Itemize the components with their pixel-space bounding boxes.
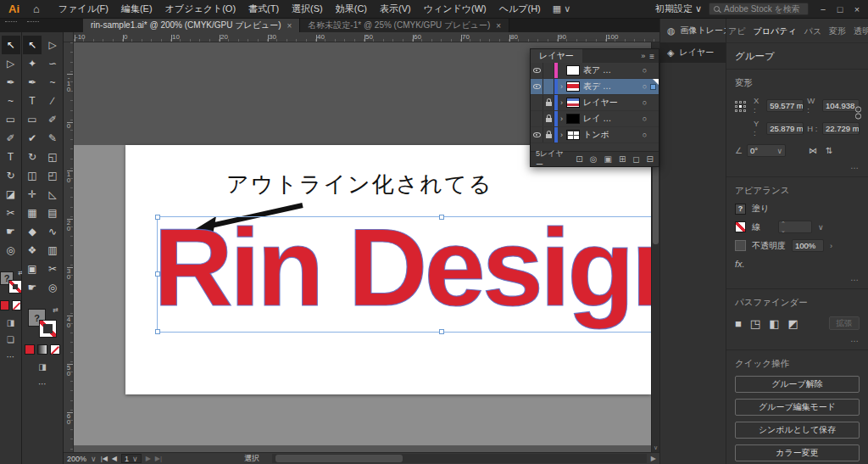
none-button[interactable] xyxy=(50,344,60,355)
target-circle-icon[interactable]: ○ xyxy=(639,66,650,75)
close-tab-icon[interactable]: × xyxy=(496,21,501,31)
menu-item[interactable]: 編集(E) xyxy=(121,3,153,15)
mesh-tool[interactable]: ▦ xyxy=(23,204,42,222)
fill-stroke-proxy[interactable]: ? ⇄ xyxy=(28,309,57,338)
panel-tab-透明[interactable]: 透明 xyxy=(854,25,868,37)
opacity-field[interactable]: 100% xyxy=(792,239,824,252)
previous-artboard-button[interactable]: ◀ xyxy=(112,455,117,462)
zoom-chevron-icon[interactable]: ∨ xyxy=(91,455,97,463)
pathfinder-unite-icon[interactable]: ■ xyxy=(735,317,742,330)
draw-mode-icon[interactable]: ◨ xyxy=(22,362,63,372)
pathfinder-minus-front-icon[interactable]: ◳ xyxy=(750,317,760,330)
puppet-warp-tool[interactable]: ✛ xyxy=(23,185,42,204)
expand-layer-icon[interactable]: › xyxy=(558,82,565,91)
quick-action-button[interactable]: グループ解除 xyxy=(735,376,860,393)
fill-stroke-proxy[interactable]: ? ⇄ xyxy=(0,271,22,293)
stroke-swatch[interactable] xyxy=(8,280,22,293)
panel-tab-パス[interactable]: パス xyxy=(804,25,821,37)
draw-mode-icon[interactable]: ◨ xyxy=(0,318,21,327)
stroke-swatch[interactable] xyxy=(39,320,57,338)
pen-tool[interactable]: ✒ xyxy=(23,73,42,92)
zoom-tool[interactable]: ◎ xyxy=(43,278,62,297)
paintbrush-tool[interactable]: ✐ xyxy=(43,110,62,129)
layer-name[interactable]: レイヤー xyxy=(580,97,639,109)
effects-button[interactable]: fx. xyxy=(735,259,860,269)
layer-name[interactable]: トンボ xyxy=(580,129,639,141)
scissors-tool[interactable]: ✂ xyxy=(2,204,20,222)
scroll-down-icon[interactable]: ∨ xyxy=(652,444,659,451)
zoom-tool[interactable]: ◎ xyxy=(2,241,20,260)
ruler-corner[interactable] xyxy=(64,32,74,42)
perspective-grid-tool[interactable]: ◺ xyxy=(43,185,62,204)
layer-name[interactable]: 表デ … xyxy=(580,81,639,92)
curvature-tool[interactable]: ~ xyxy=(43,73,62,92)
layers-panel-tab[interactable]: レイヤー xyxy=(531,49,582,63)
rectangle-tool[interactable]: ▭ xyxy=(2,110,20,129)
hand-tool[interactable]: ☛ xyxy=(2,222,20,241)
visibility-toggle[interactable] xyxy=(531,63,543,78)
symbol-sprayer-tool[interactable]: ❖ xyxy=(23,241,42,260)
visibility-toggle[interactable] xyxy=(531,79,543,94)
color-button[interactable] xyxy=(0,300,9,310)
locate-object-icon[interactable]: ◎ xyxy=(590,154,598,164)
artboard-tool[interactable]: ▣ xyxy=(23,260,42,278)
document-tab[interactable]: rin-sample1.ai* @ 200% (CMYK/GPU プレビュー)× xyxy=(83,19,300,32)
opacity-chevron-icon[interactable]: › xyxy=(830,242,832,250)
panel-tab-変形[interactable]: 変形 xyxy=(829,25,846,37)
rotate-tool[interactable]: ↻ xyxy=(23,148,42,166)
pencil-tool[interactable]: ✎ xyxy=(43,129,62,148)
first-artboard-button[interactable]: |◀ xyxy=(101,455,108,462)
flip-horizontal-icon[interactable]: ⋈ xyxy=(809,146,817,155)
rotate-tool[interactable]: ↻ xyxy=(2,166,20,185)
menu-item[interactable]: ヘルプ(H) xyxy=(499,3,541,15)
target-circle-icon[interactable]: ○ xyxy=(639,82,650,91)
expand-layer-icon[interactable]: › xyxy=(558,98,565,107)
layer-row[interactable]: 表ア …○ xyxy=(531,63,659,79)
document-tab[interactable]: 名称未設定-1* @ 25% (CMYK/GPU プレビュー)× xyxy=(300,19,509,32)
visibility-toggle[interactable] xyxy=(531,127,543,143)
stroke-swatch[interactable] xyxy=(735,221,746,232)
next-artboard-button[interactable]: ▶ xyxy=(146,455,151,462)
lasso-tool[interactable]: ∽ xyxy=(43,54,62,73)
last-artboard-button[interactable]: ▶| xyxy=(155,455,162,462)
delete-layer-icon[interactable]: ⊟ xyxy=(647,154,654,164)
free-transform-tool[interactable]: ◰ xyxy=(43,166,62,185)
close-button[interactable]: × xyxy=(849,4,865,14)
visibility-toggle[interactable] xyxy=(531,95,543,110)
menu-item[interactable]: 表示(V) xyxy=(380,3,411,15)
selection-handle[interactable] xyxy=(155,215,160,220)
menu-item[interactable]: ウィンドウ(W) xyxy=(424,3,487,15)
vertical-ruler[interactable]: - 1 001 02 03 04 05 06 0 xyxy=(64,42,74,452)
minimize-button[interactable]: − xyxy=(815,4,831,14)
new-layer-icon[interactable]: ◻ xyxy=(632,154,639,164)
none-button[interactable] xyxy=(12,300,21,310)
layer-row[interactable]: ›トンボ○ xyxy=(531,127,659,143)
width-tool[interactable]: ◫ xyxy=(23,166,42,185)
pathfinder-intersect-icon[interactable]: ◧ xyxy=(769,317,779,330)
target-circle-icon[interactable]: ○ xyxy=(639,131,650,139)
expand-button[interactable]: 拡張 xyxy=(829,316,860,330)
selection-tool[interactable]: ↖ xyxy=(2,36,20,54)
menu-item[interactable]: 書式(T) xyxy=(248,3,279,15)
scale-tool[interactable]: ◱ xyxy=(43,148,62,166)
quick-action-button[interactable]: カラー変更 xyxy=(735,444,860,461)
pen-tool[interactable]: ✒ xyxy=(2,73,20,92)
link-dimensions-icon[interactable] xyxy=(854,106,863,120)
menu-item[interactable]: 効果(C) xyxy=(336,3,367,15)
transform-more-options[interactable]: … xyxy=(735,161,860,171)
target-circle-icon[interactable]: ○ xyxy=(639,98,650,107)
lock-toggle[interactable] xyxy=(543,111,554,126)
rectangle-tool[interactable]: ▭ xyxy=(23,110,42,129)
hand-tool[interactable]: ☛ xyxy=(23,278,42,297)
type-tool[interactable]: T xyxy=(23,92,42,110)
magic-wand-tool[interactable]: ✦ xyxy=(23,54,42,73)
collect-for-export-icon[interactable]: ⊡ xyxy=(576,154,582,164)
selected-art-indicator[interactable] xyxy=(650,84,656,90)
menu-item[interactable]: ファイル(F) xyxy=(58,3,108,15)
y-field[interactable]: 25.879 mm xyxy=(766,122,804,135)
shaper-tool[interactable]: ✔ xyxy=(23,129,42,148)
menu-item[interactable]: オブジェクト(O) xyxy=(165,3,236,15)
pathfinder-exclude-icon[interactable]: ◩ xyxy=(787,317,798,330)
layer-name[interactable]: レイ … xyxy=(580,113,639,125)
direct-selection-tool[interactable]: ▷ xyxy=(43,36,62,54)
